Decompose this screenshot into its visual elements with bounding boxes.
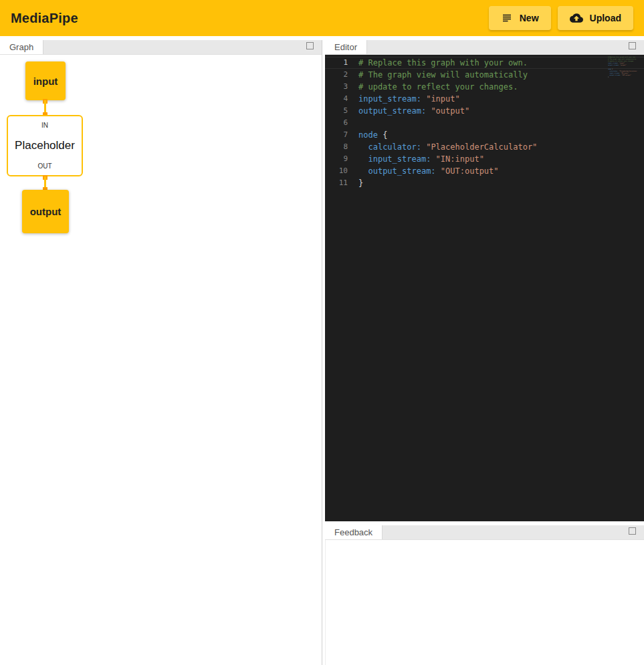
tab-feedback[interactable]: Feedback xyxy=(325,525,383,539)
tab-feedback-label: Feedback xyxy=(334,527,372,537)
upload-button-label: Upload xyxy=(590,13,621,23)
line-number: 10 xyxy=(325,165,348,177)
code-line[interactable]: 7node { xyxy=(325,129,644,141)
placeholder-in-port: IN xyxy=(41,122,48,129)
minimap-line: } xyxy=(608,76,637,78)
code-editor[interactable]: 1# Replace this graph with your own.2# T… xyxy=(325,55,644,521)
code-line[interactable]: 3# update to reflect your changes. xyxy=(325,81,644,93)
line-number: 11 xyxy=(325,177,348,189)
header-actions: New Upload xyxy=(489,6,637,30)
menu-lines-icon xyxy=(501,12,513,24)
tab-editor-label: Editor xyxy=(334,42,357,52)
code-line[interactable]: 10 output_stream: "OUT:output" xyxy=(325,165,644,177)
line-number: 7 xyxy=(325,129,348,141)
graph-tabstrip: Graph xyxy=(0,40,322,55)
placeholder-out-port: OUT xyxy=(37,162,51,170)
feedback-panel: Feedback xyxy=(325,525,644,665)
graph-expand-icon[interactable] xyxy=(306,42,314,49)
code-line[interactable]: 1# Replace this graph with your own. xyxy=(325,57,644,69)
graph-node-output-label: output xyxy=(30,206,62,217)
upload-button[interactable]: Upload xyxy=(558,6,633,30)
tab-editor[interactable]: Editor xyxy=(325,40,367,54)
code-line[interactable]: 2# The graph view will automatically xyxy=(325,69,644,81)
feedback-expand-icon[interactable] xyxy=(629,527,636,535)
code-line[interactable]: 5output_stream: "output" xyxy=(325,105,644,117)
line-number: 8 xyxy=(325,141,348,153)
cloud-upload-icon xyxy=(570,11,583,25)
code-lines[interactable]: 1# Replace this graph with your own.2# T… xyxy=(325,55,644,189)
line-number: 6 xyxy=(325,117,348,129)
code-line[interactable]: 6 xyxy=(325,117,644,129)
new-button[interactable]: New xyxy=(489,6,551,30)
editor-panel: Editor 1# Replace this graph with your o… xyxy=(325,40,644,521)
code-line[interactable]: 9 input_stream: "IN:input" xyxy=(325,153,644,165)
line-number: 5 xyxy=(325,105,348,117)
graph-canvas[interactable]: input IN Placeholder OUT output xyxy=(0,55,322,665)
tab-graph-label: Graph xyxy=(9,42,33,52)
graph-node-output[interactable]: output xyxy=(22,190,69,233)
code-line[interactable]: 11} xyxy=(325,177,644,189)
line-number: 4 xyxy=(325,93,348,105)
new-button-label: New xyxy=(520,13,539,23)
graph-node-input-label: input xyxy=(33,76,58,87)
app-title: MediaPipe xyxy=(11,11,78,26)
feedback-body xyxy=(325,540,644,665)
tab-graph[interactable]: Graph xyxy=(0,40,43,54)
app-header: MediaPipe New Upload xyxy=(0,0,644,36)
graph-node-input[interactable]: input xyxy=(25,61,66,100)
line-number: 1 xyxy=(325,57,348,69)
code-line[interactable]: 4input_stream: "input" xyxy=(325,93,644,105)
editor-tabstrip: Editor xyxy=(325,40,644,55)
graph-node-placeholder[interactable]: IN Placeholder OUT xyxy=(7,115,83,176)
line-number: 2 xyxy=(325,69,348,81)
code-line[interactable]: 8 calculator: "PlaceholderCalculator" xyxy=(325,141,644,153)
minimap[interactable]: # Replace this graph with your own.# The… xyxy=(608,56,637,78)
editor-expand-icon[interactable] xyxy=(629,42,636,49)
placeholder-title: Placeholder xyxy=(15,139,75,152)
line-number: 9 xyxy=(325,153,348,165)
graph-panel: Graph input IN Placeholder OUT output xyxy=(0,40,322,665)
feedback-tabstrip: Feedback xyxy=(325,525,644,540)
line-number: 3 xyxy=(325,81,348,93)
